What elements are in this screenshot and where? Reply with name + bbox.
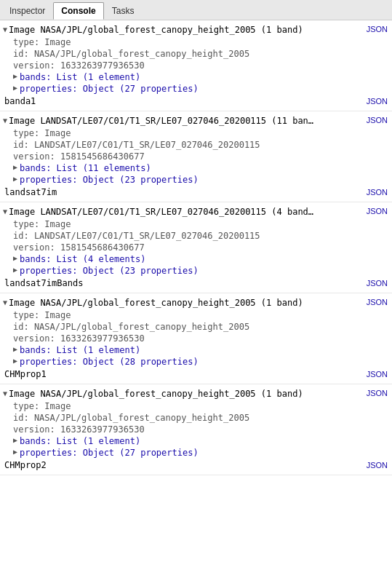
bands-arrow[interactable]: ▶ [13, 345, 17, 353]
entry-title: Image NASA/JPL/global_forest_canopy_heig… [9, 25, 362, 35]
entry-varname: landsat7imBands JSON [0, 277, 392, 288]
version-line: version: 1633263977936530 [13, 60, 392, 71]
bands-arrow[interactable]: ▶ [13, 163, 17, 171]
entry-body: type: Image id: NASA/JPL/global_forest_c… [0, 309, 392, 368]
entry-header: ▼ Image NASA/JPL/global_forest_canopy_he… [0, 296, 392, 309]
type-line: type: Image [13, 400, 392, 412]
entry-block: ▼ Image LANDSAT/LE07/C01/T1_SR/LE07_0270… [0, 111, 392, 202]
id-line: id: NASA/JPL/global_forest_canopy_height… [13, 412, 392, 424]
json-link-header[interactable]: JSON [367, 389, 388, 397]
entry-header: ▼ Image NASA/JPL/global_forest_canopy_he… [0, 387, 392, 400]
entry-block: ▼ Image NASA/JPL/global_forest_canopy_he… [0, 293, 392, 384]
props-arrow[interactable]: ▶ [13, 448, 17, 456]
entry-body: type: Image id: LANDSAT/LE07/C01/T1_SR/L… [0, 218, 392, 277]
bands-line[interactable]: ▶ bands: List (1 element) [13, 71, 392, 83]
entry-header: ▼ Image LANDSAT/LE07/C01/T1_SR/LE07_0270… [0, 114, 392, 127]
entry-title: Image LANDSAT/LE07/C01/T1_SR/LE07_027046… [9, 207, 362, 217]
json-link-footer[interactable]: JSON [367, 97, 388, 106]
entry-varname: banda1 JSON [0, 95, 392, 106]
console-content: ▼ Image NASA/JPL/global_forest_canopy_he… [0, 20, 392, 586]
entry-block: ▼ Image NASA/JPL/global_forest_canopy_he… [0, 20, 392, 111]
props-arrow[interactable]: ▶ [13, 175, 17, 183]
json-link-header[interactable]: JSON [367, 207, 388, 215]
entry-header: ▼ Image LANDSAT/LE07/C01/T1_SR/LE07_0270… [0, 205, 392, 218]
varname-label: banda1 [4, 96, 36, 106]
json-link-footer[interactable]: JSON [367, 188, 388, 197]
varname-label: landsat7imBands [4, 278, 83, 288]
toggle-arrow[interactable]: ▼ [3, 25, 7, 33]
props-line[interactable]: ▶ properties: Object (23 properties) [13, 265, 392, 277]
toggle-arrow[interactable]: ▼ [3, 207, 7, 215]
toggle-arrow[interactable]: ▼ [3, 389, 7, 397]
id-line: id: NASA/JPL/global_forest_canopy_height… [13, 321, 392, 333]
props-line[interactable]: ▶ properties: Object (23 properties) [13, 174, 392, 186]
version-line: version: 1633263977936530 [13, 424, 392, 435]
tab-console[interactable]: Console [53, 2, 103, 20]
entry-title: Image NASA/JPL/global_forest_canopy_heig… [9, 389, 362, 399]
varname-label: CHMprop1 [4, 369, 47, 379]
toggle-arrow[interactable]: ▼ [3, 298, 7, 306]
type-line: type: Image [13, 218, 392, 230]
entry-varname: CHMprop2 JSON [0, 459, 392, 470]
varname-label: CHMprop2 [4, 460, 47, 470]
id-line: id: LANDSAT/LE07/C01/T1_SR/LE07_027046_2… [13, 230, 392, 242]
entry-varname: CHMprop1 JSON [0, 368, 392, 379]
props-line[interactable]: ▶ properties: Object (28 properties) [13, 356, 392, 368]
json-link-footer[interactable]: JSON [367, 370, 388, 379]
entry-title: Image LANDSAT/LE07/C01/T1_SR/LE07_027046… [9, 116, 362, 126]
json-link-header[interactable]: JSON [367, 298, 388, 306]
entry-varname: landsat7im JSON [0, 186, 392, 197]
json-link-footer[interactable]: JSON [367, 461, 388, 470]
bands-line[interactable]: ▶ bands: List (1 element) [13, 435, 392, 447]
json-link-header[interactable]: JSON [367, 116, 388, 124]
json-link-header[interactable]: JSON [367, 25, 388, 33]
bands-line[interactable]: ▶ bands: List (11 elements) [13, 162, 392, 174]
entry-block: ▼ Image LANDSAT/LE07/C01/T1_SR/LE07_0270… [0, 202, 392, 293]
props-line[interactable]: ▶ properties: Object (27 properties) [13, 83, 392, 95]
props-arrow[interactable]: ▶ [13, 266, 17, 274]
props-line[interactable]: ▶ properties: Object (27 properties) [13, 447, 392, 459]
props-arrow[interactable]: ▶ [13, 357, 17, 365]
bands-line[interactable]: ▶ bands: List (4 elements) [13, 253, 392, 265]
entry-body: type: Image id: NASA/JPL/global_forest_c… [0, 400, 392, 459]
entry-block: ▼ Image NASA/JPL/global_forest_canopy_he… [0, 384, 392, 475]
entry-body: type: Image id: NASA/JPL/global_forest_c… [0, 36, 392, 95]
entry-body: type: Image id: LANDSAT/LE07/C01/T1_SR/L… [0, 127, 392, 186]
bands-arrow[interactable]: ▶ [13, 254, 17, 262]
type-line: type: Image [13, 127, 392, 139]
bands-arrow[interactable]: ▶ [13, 436, 17, 444]
type-line: type: Image [13, 309, 392, 321]
bands-arrow[interactable]: ▶ [13, 72, 17, 80]
entry-title: Image NASA/JPL/global_forest_canopy_heig… [9, 298, 362, 308]
entry-header: ▼ Image NASA/JPL/global_forest_canopy_he… [0, 23, 392, 36]
version-line: version: 1581545686430677 [13, 242, 392, 253]
json-link-footer[interactable]: JSON [367, 279, 388, 288]
version-line: version: 1633263977936530 [13, 333, 392, 344]
varname-label: landsat7im [4, 187, 57, 197]
type-line: type: Image [13, 36, 392, 48]
tab-bar: Inspector Console Tasks [0, 0, 392, 20]
tab-inspector[interactable]: Inspector [1, 2, 53, 20]
toggle-arrow[interactable]: ▼ [3, 116, 7, 124]
id-line: id: NASA/JPL/global_forest_canopy_height… [13, 48, 392, 60]
props-arrow[interactable]: ▶ [13, 84, 17, 92]
bands-line[interactable]: ▶ bands: List (1 element) [13, 344, 392, 356]
version-line: version: 1581545686430677 [13, 151, 392, 162]
id-line: id: LANDSAT/LE07/C01/T1_SR/LE07_027046_2… [13, 139, 392, 151]
tab-tasks[interactable]: Tasks [104, 2, 143, 20]
